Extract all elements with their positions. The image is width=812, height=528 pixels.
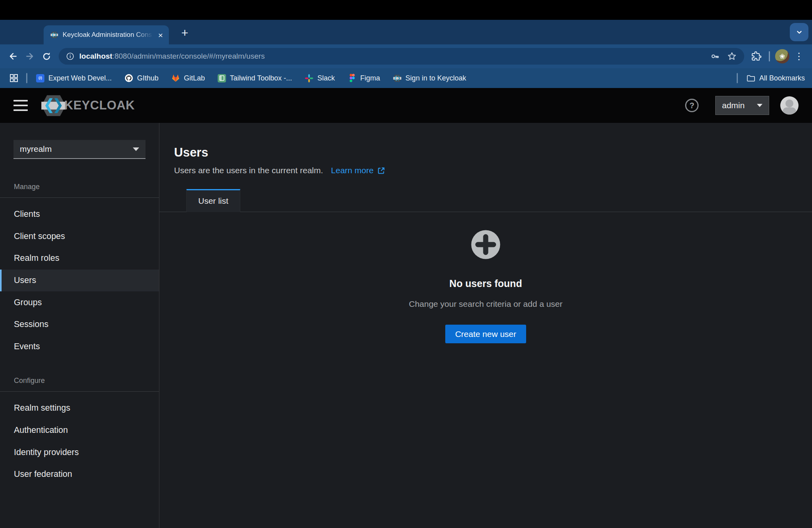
url-host: localhost [79, 52, 112, 60]
sidebar-item-authentication[interactable]: Authentication [0, 419, 159, 442]
new-tab-button[interactable]: + [177, 25, 193, 41]
bookmark-label: Tailwind Toolbox -... [230, 74, 292, 82]
bookmark-github[interactable]: GIthub [124, 74, 159, 82]
sidebar-item-label: Authentication [14, 425, 68, 435]
keycloak-brand-text: KEYCLOAK [64, 98, 135, 113]
sidebar-item-user-federation[interactable]: User federation [0, 463, 159, 486]
sidebar-item-label: Identity providers [14, 448, 79, 457]
sidebar-item-clients[interactable]: Clients [0, 203, 159, 226]
sidebar: myrealm Manage Clients Client scopes Rea… [0, 123, 159, 528]
sidebar-item-groups[interactable]: Groups [0, 291, 159, 314]
keycloak-logo[interactable]: KEYCLOAK [40, 94, 135, 117]
slack-icon [305, 74, 314, 82]
bookmarks-separator [26, 73, 27, 83]
page-title: Users [174, 145, 812, 160]
realm-name: myrealm [20, 144, 52, 154]
keycloak-logo-mark-icon [40, 94, 67, 117]
learn-more-label: Learn more [331, 166, 373, 175]
screen: Keycloak Administration Cons × + [0, 0, 812, 528]
external-link-icon [377, 166, 385, 175]
bookmark-label: GitLab [184, 74, 205, 82]
bookmark-figma[interactable]: Figma [348, 74, 380, 82]
all-bookmarks-label: All Bookmarks [759, 74, 805, 82]
sidebar-item-label: User federation [14, 469, 72, 479]
keycloak-favicon-icon [50, 31, 59, 39]
sidebar-item-label: Events [14, 342, 40, 352]
create-new-user-button[interactable]: Create new user [445, 325, 526, 343]
folder-icon [747, 74, 755, 82]
sidebar-item-label: Groups [14, 298, 42, 308]
empty-state-description: Change your search criteria or add a use… [409, 299, 563, 309]
forward-button[interactable] [21, 48, 38, 65]
extensions-icon[interactable] [748, 48, 765, 65]
sidebar-item-label: Realm settings [14, 403, 70, 413]
sidebar-item-realm-settings[interactable]: Realm settings [0, 397, 159, 419]
learn-more-link[interactable]: Learn more [331, 166, 385, 175]
empty-state-title: No users found [449, 278, 522, 289]
site-info-icon[interactable] [66, 52, 75, 61]
bookmark-gitlab[interactable]: GitLab [171, 74, 205, 82]
sidebar-item-label: Client scopes [14, 231, 65, 241]
figma-icon [348, 74, 356, 82]
code-brackets-icon: ⟨/⟩ [36, 74, 44, 82]
bookmark-slack[interactable]: Slack [305, 74, 335, 82]
browser-tab-bar: Keycloak Administration Cons × + [0, 20, 812, 44]
back-button[interactable] [5, 48, 21, 65]
browser-menu-button[interactable]: ⋮ [791, 48, 807, 65]
browser-profile-avatar[interactable]: ❀ [774, 48, 791, 65]
app-body: myrealm Manage Clients Client scopes Rea… [0, 123, 812, 528]
nav-list-configure: Realm settings Authentication Identity p… [0, 397, 159, 485]
nav-group-label-configure: Configure [0, 377, 159, 392]
add-circle-plus-icon [471, 230, 501, 260]
bookmarks-separator [737, 73, 738, 83]
bookmark-label: Expert Web Devel... [48, 74, 112, 82]
bookmark-expert-web-dev[interactable]: ⟨/⟩ Expert Web Devel... [36, 74, 112, 82]
user-avatar[interactable] [780, 96, 799, 115]
url-path: :8080/admin/master/console/#/myrealm/use… [112, 52, 264, 60]
tab-close-icon[interactable]: × [157, 31, 164, 39]
user-menu-dropdown[interactable]: admin [715, 96, 769, 115]
address-bar[interactable]: localhost:8080/admin/master/console/#/my… [59, 48, 744, 65]
page-subtitle: Users are the users in the current realm… [174, 166, 323, 175]
tab-strip: User list [159, 189, 812, 212]
passwords-key-icon[interactable] [710, 51, 720, 61]
sidebar-item-client-scopes[interactable]: Client scopes [0, 226, 159, 248]
tailwind-toolbox-icon [218, 74, 226, 82]
bookmark-label: Slack [318, 74, 335, 82]
sidebar-item-label: Users [14, 275, 36, 285]
help-icon[interactable]: ? [685, 99, 699, 112]
apps-grid-icon[interactable] [7, 70, 21, 86]
all-bookmarks[interactable]: All Bookmarks [737, 73, 805, 83]
url-text[interactable]: localhost:8080/admin/master/console/#/my… [79, 52, 705, 61]
sidebar-item-realm-roles[interactable]: Realm roles [0, 247, 159, 270]
realm-selector-dropdown[interactable]: myrealm [13, 140, 146, 159]
flower-glyph: ❀ [779, 52, 785, 61]
sidebar-item-events[interactable]: Events [0, 336, 159, 358]
toolbar-separator [769, 51, 770, 61]
bookmark-sign-in-to-keycloak[interactable]: Sign in to Keycloak [393, 74, 466, 82]
browser-toolbar: localhost:8080/admin/master/console/#/my… [0, 44, 812, 68]
nav-group-label-manage: Manage [0, 183, 159, 198]
sidebar-item-identity-providers[interactable]: Identity providers [0, 441, 159, 463]
page-header: Users Users are the users in the current… [159, 145, 812, 175]
reload-button[interactable] [38, 48, 55, 65]
bookmark-star-icon[interactable] [727, 51, 737, 61]
tab-search-button[interactable] [790, 23, 808, 41]
sidebar-item-label: Clients [14, 209, 40, 219]
tab-user-list[interactable]: User list [186, 189, 240, 212]
nav-toggle-hamburger-icon[interactable] [13, 100, 28, 111]
sidebar-item-users[interactable]: Users [0, 270, 159, 292]
bookmark-tailwind-toolbox[interactable]: Tailwind Toolbox -... [218, 74, 292, 82]
browser-tab[interactable]: Keycloak Administration Cons × [44, 25, 169, 44]
github-icon [124, 74, 133, 82]
tab-title: Keycloak Administration Cons [63, 31, 153, 39]
caret-down-icon [133, 147, 139, 151]
sidebar-item-sessions[interactable]: Sessions [0, 314, 159, 336]
caret-down-icon [757, 104, 762, 107]
nav-list-manage: Clients Client scopes Realm roles Users … [0, 203, 159, 358]
keycloak-masthead: KEYCLOAK ? admin [0, 88, 812, 123]
sidebar-item-label: Realm roles [14, 253, 59, 263]
bookmark-label: GIthub [137, 74, 159, 82]
window-top-strip [0, 0, 812, 20]
bookmarks-bar: ⟨/⟩ Expert Web Devel... GIthub [0, 68, 812, 88]
